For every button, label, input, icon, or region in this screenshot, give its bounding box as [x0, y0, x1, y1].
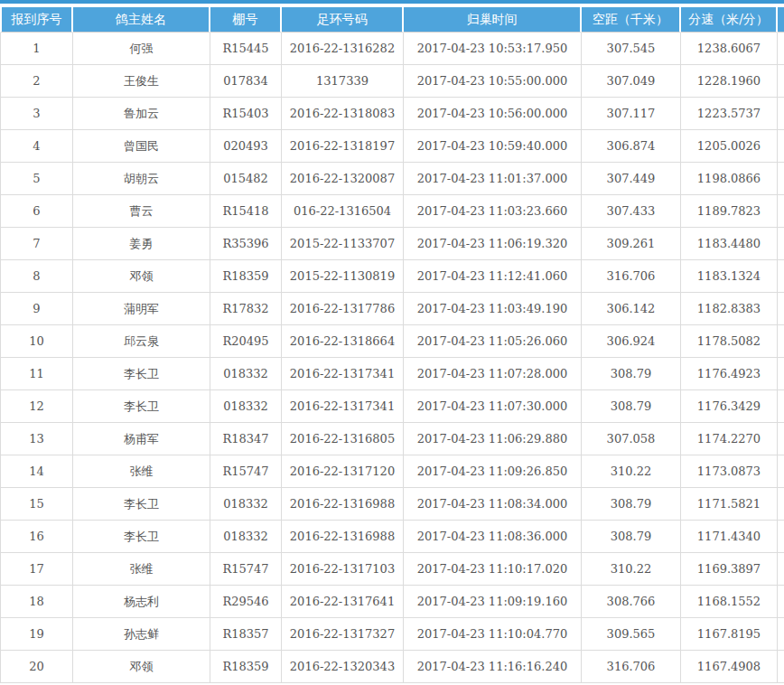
- cell-ring-no: 2016-22-1316805: [282, 423, 404, 455]
- column-header-homing-time: 归巢时间: [404, 7, 582, 33]
- table-row: 20邓领R183592016-22-13203432017-04-23 11:1…: [0, 651, 784, 683]
- cell-clipped: [778, 521, 784, 553]
- table-row: 3鲁加云R154032016-22-13180832017-04-23 10:5…: [0, 98, 784, 130]
- cell-owner-name: 胡朝云: [73, 163, 210, 195]
- cell-ring-no: 2016-22-1317103: [282, 553, 404, 586]
- table-row: 1何强R154452016-22-13162822017-04-23 10:53…: [0, 33, 784, 65]
- cell-distance-km: 308.766: [582, 586, 681, 618]
- cell-loft-no: R15418: [210, 195, 282, 228]
- cell-clipped: [778, 455, 784, 488]
- cell-homing-time: 2017-04-23 11:16:16.240: [404, 651, 582, 683]
- cell-distance-km: 307.545: [582, 33, 681, 65]
- cell-owner-name: 李长卫: [73, 521, 210, 553]
- cell-report-no: 1: [0, 33, 73, 65]
- cell-owner-name: 何强: [73, 33, 210, 65]
- cell-ring-no: 2016-22-1318664: [282, 325, 404, 358]
- cell-speed-m-min: 1205.0026: [681, 130, 778, 163]
- cell-report-no: 3: [0, 98, 73, 130]
- cell-loft-no: R15747: [210, 553, 282, 586]
- cell-clipped: [778, 358, 784, 390]
- cell-owner-name: 杨志利: [73, 586, 210, 618]
- cell-ring-no: 2016-22-1317341: [282, 390, 404, 423]
- results-table-wrap: 报到序号鸽主姓名棚号足环号码归巢时间空距（千米）分速（米/分） 1何强R1544…: [0, 7, 784, 683]
- cell-clipped: [778, 228, 784, 260]
- cell-clipped: [778, 130, 784, 163]
- cell-distance-km: 308.79: [582, 358, 681, 390]
- results-table: 报到序号鸽主姓名棚号足环号码归巢时间空距（千米）分速（米/分） 1何强R1544…: [0, 7, 784, 683]
- cell-homing-time: 2017-04-23 10:55:00.000: [404, 65, 582, 98]
- cell-clipped: [778, 586, 784, 618]
- table-row: 13杨甫军R183472016-22-13168052017-04-23 11:…: [0, 423, 784, 455]
- cell-homing-time: 2017-04-23 10:59:40.000: [404, 130, 582, 163]
- cell-distance-km: 307.058: [582, 423, 681, 455]
- cell-homing-time: 2017-04-23 11:09:19.160: [404, 586, 582, 618]
- cell-clipped: [778, 325, 784, 358]
- cell-clipped: [778, 553, 784, 586]
- cell-owner-name: 邱云泉: [73, 325, 210, 358]
- cell-report-no: 6: [0, 195, 73, 228]
- cell-homing-time: 2017-04-23 11:07:30.000: [404, 390, 582, 423]
- cell-homing-time: 2017-04-23 11:09:26.850: [404, 455, 582, 488]
- cell-loft-no: R17832: [210, 293, 282, 325]
- cell-speed-m-min: 1171.4340: [681, 521, 778, 553]
- cell-homing-time: 2017-04-23 11:08:34.000: [404, 488, 582, 521]
- cell-report-no: 19: [0, 618, 73, 651]
- table-row: 7姜勇R353962015-22-11337072017-04-23 11:06…: [0, 228, 784, 260]
- cell-ring-no: 2016-22-1316988: [282, 521, 404, 553]
- table-row: 14张维R157472016-22-13171202017-04-23 11:0…: [0, 455, 784, 488]
- cell-loft-no: 018332: [210, 521, 282, 553]
- cell-speed-m-min: 1182.8383: [681, 293, 778, 325]
- table-row: 16李长卫0183322016-22-13169882017-04-23 11:…: [0, 521, 784, 553]
- cell-loft-no: R35396: [210, 228, 282, 260]
- table-row: 18杨志利R295462016-22-13176412017-04-23 11:…: [0, 586, 784, 618]
- cell-clipped: [778, 488, 784, 521]
- cell-speed-m-min: 1169.3897: [681, 553, 778, 586]
- cell-ring-no: 2016-22-1316282: [282, 33, 404, 65]
- cell-report-no: 2: [0, 65, 73, 98]
- cell-owner-name: 张维: [73, 455, 210, 488]
- cell-distance-km: 306.142: [582, 293, 681, 325]
- cell-homing-time: 2017-04-23 10:56:00.000: [404, 98, 582, 130]
- cell-distance-km: 308.79: [582, 521, 681, 553]
- cell-owner-name: 鲁加云: [73, 98, 210, 130]
- cell-clipped: [778, 98, 784, 130]
- cell-loft-no: R18359: [210, 260, 282, 293]
- cell-homing-time: 2017-04-23 11:01:37.000: [404, 163, 582, 195]
- table-row: 4曾国民0204932016-22-13181972017-04-23 10:5…: [0, 130, 784, 163]
- cell-distance-km: 306.874: [582, 130, 681, 163]
- cell-clipped: [778, 423, 784, 455]
- cell-loft-no: R29546: [210, 586, 282, 618]
- cell-clipped: [778, 618, 784, 651]
- cell-clipped: [778, 260, 784, 293]
- cell-report-no: 15: [0, 488, 73, 521]
- table-row: 10邱云泉R204952016-22-13186642017-04-23 11:…: [0, 325, 784, 358]
- cell-owner-name: 曾国民: [73, 130, 210, 163]
- cell-distance-km: 308.79: [582, 390, 681, 423]
- cell-speed-m-min: 1183.4480: [681, 228, 778, 260]
- cell-report-no: 17: [0, 553, 73, 586]
- cell-speed-m-min: 1178.5082: [681, 325, 778, 358]
- cell-clipped: [778, 293, 784, 325]
- cell-homing-time: 2017-04-23 11:05:26.060: [404, 325, 582, 358]
- table-row: 2王俊生01783413173392017-04-23 10:55:00.000…: [0, 65, 784, 98]
- cell-report-no: 8: [0, 260, 73, 293]
- column-header-speed-m-min: 分速（米/分）: [681, 7, 778, 33]
- cell-speed-m-min: 1223.5737: [681, 98, 778, 130]
- cell-distance-km: 316.706: [582, 260, 681, 293]
- cell-distance-km: 309.261: [582, 228, 681, 260]
- cell-owner-name: 李长卫: [73, 390, 210, 423]
- cell-homing-time: 2017-04-23 11:10:04.770: [404, 618, 582, 651]
- cell-homing-time: 2017-04-23 11:06:19.320: [404, 228, 582, 260]
- cell-speed-m-min: 1167.8195: [681, 618, 778, 651]
- cell-speed-m-min: 1167.4908: [681, 651, 778, 683]
- cell-loft-no: R18347: [210, 423, 282, 455]
- top-accent-bar: [0, 0, 784, 4]
- cell-loft-no: R15403: [210, 98, 282, 130]
- cell-loft-no: 018332: [210, 488, 282, 521]
- cell-loft-no: R20495: [210, 325, 282, 358]
- cell-ring-no: 2016-22-1317786: [282, 293, 404, 325]
- cell-speed-m-min: 1228.1960: [681, 65, 778, 98]
- cell-speed-m-min: 1183.1324: [681, 260, 778, 293]
- cell-owner-name: 曹云: [73, 195, 210, 228]
- column-header-owner-name: 鸽主姓名: [73, 7, 210, 33]
